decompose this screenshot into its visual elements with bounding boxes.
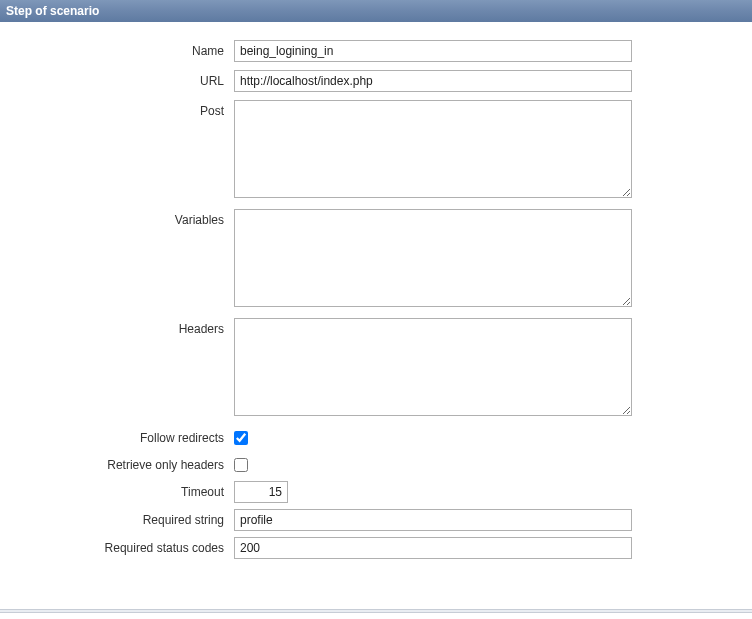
url-input[interactable] xyxy=(234,70,632,92)
variables-label: Variables xyxy=(10,209,234,227)
headers-textarea[interactable] xyxy=(234,318,632,416)
panel-title: Step of scenario xyxy=(6,4,99,18)
panel-header: Step of scenario xyxy=(0,0,752,22)
required-string-label: Required string xyxy=(10,509,234,527)
form-area: Name URL Post Variables Headers xyxy=(0,22,752,573)
required-status-input[interactable] xyxy=(234,537,632,559)
timeout-input[interactable] xyxy=(234,481,288,503)
retrieve-only-headers-label: Retrieve only headers xyxy=(10,454,234,472)
follow-redirects-label: Follow redirects xyxy=(10,427,234,445)
name-label: Name xyxy=(10,40,234,58)
follow-redirects-checkbox[interactable] xyxy=(234,431,248,445)
footer-rule xyxy=(0,609,752,613)
retrieve-only-headers-checkbox[interactable] xyxy=(234,458,248,472)
headers-label: Headers xyxy=(10,318,234,336)
url-label: URL xyxy=(10,70,234,88)
post-label: Post xyxy=(10,100,234,118)
required-status-label: Required status codes xyxy=(10,537,234,555)
name-input[interactable] xyxy=(234,40,632,62)
timeout-label: Timeout xyxy=(10,481,234,499)
variables-textarea[interactable] xyxy=(234,209,632,307)
step-of-scenario-panel: Step of scenario Name URL Post Variables xyxy=(0,0,752,619)
post-textarea[interactable] xyxy=(234,100,632,198)
required-string-input[interactable] xyxy=(234,509,632,531)
